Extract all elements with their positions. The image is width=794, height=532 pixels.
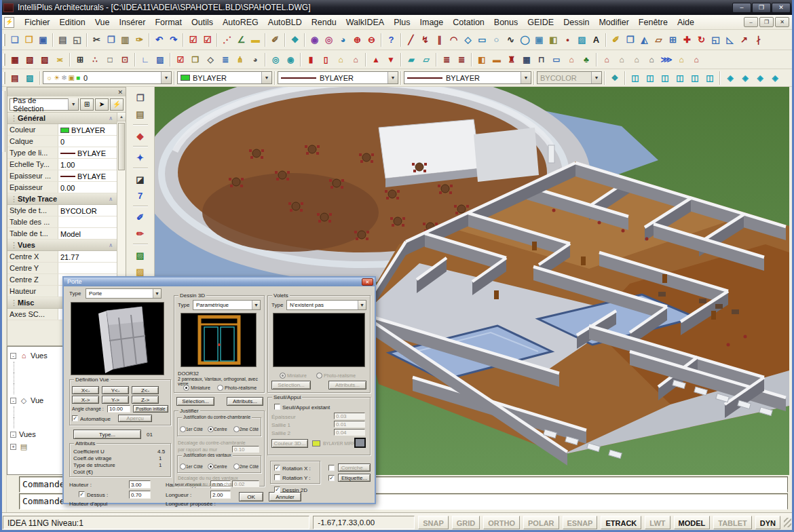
mdi-close-button[interactable]: ✕: [775, 17, 789, 27]
offset-icon[interactable]: ▱: [651, 33, 666, 48]
zoom-extents-icon[interactable]: ◕: [336, 33, 350, 48]
select-pointer-button[interactable]: ➤: [95, 98, 109, 111]
menu-cotation[interactable]: Cotation: [448, 16, 489, 28]
property-row[interactable]: Type de li...BYLAYE: [7, 147, 117, 159]
vantaux-2me-radio[interactable]: [233, 463, 240, 470]
apercu-button[interactable]: Aperçu: [118, 415, 152, 422]
menu-modifier[interactable]: Modifier: [594, 16, 633, 28]
rotate-icon[interactable]: ↻: [694, 33, 708, 48]
chevron-down-icon[interactable]: ▼: [252, 301, 260, 309]
break-icon[interactable]: ∤: [751, 33, 765, 48]
etiquette-checkbox[interactable]: ✓: [328, 475, 335, 481]
menu-bonus[interactable]: Bonus: [489, 16, 523, 28]
lock-icon[interactable]: ▣: [69, 74, 75, 81]
property-value[interactable]: BYLAYE: [58, 147, 117, 158]
property-value[interactable]: [58, 263, 117, 273]
vantaux-1er-radio[interactable]: [180, 463, 186, 470]
column-edit-icon[interactable]: ▯: [318, 53, 333, 66]
scale-icon[interactable]: ◱: [708, 33, 723, 48]
rotation-x-checkbox[interactable]: ✓: [274, 465, 280, 471]
bulb-icon[interactable]: ☼: [46, 74, 52, 81]
wall-arc-icon[interactable]: ▧: [22, 53, 37, 66]
restore-button[interactable]: ❐: [752, 3, 771, 13]
plotstyle-combo[interactable]: BYCOLOR▼: [537, 71, 602, 84]
menu-geide[interactable]: GEIDE: [523, 16, 559, 28]
resize-grip[interactable]: [784, 518, 791, 527]
walkthrough-icon[interactable]: 7: [133, 187, 147, 204]
level-up-icon[interactable]: ▲: [368, 53, 383, 66]
menu-aide[interactable]: Aide: [673, 16, 699, 28]
toggle-grid[interactable]: GRID: [452, 516, 480, 529]
draw-point-icon[interactable]: •: [561, 33, 575, 48]
collapse-icon[interactable]: ∧: [109, 196, 113, 202]
volets-type-combo[interactable]: N'existent pas ▼: [286, 300, 366, 310]
chevron-down-icon[interactable]: ▼: [358, 301, 366, 309]
menu-format[interactable]: Format: [150, 16, 187, 28]
desk-icon[interactable]: ⊓: [534, 53, 549, 66]
property-row[interactable]: Style de t...BYCOLOR: [7, 205, 117, 216]
redo-icon[interactable]: ↷: [166, 33, 181, 48]
ok-button[interactable]: OK: [239, 492, 263, 501]
text-icon[interactable]: A: [589, 33, 603, 48]
palette-close-icon[interactable]: ✕: [117, 89, 126, 96]
space-icon[interactable]: □: [102, 53, 117, 66]
chair-icon[interactable]: ♜: [504, 53, 519, 66]
corniche-checkbox[interactable]: [328, 465, 335, 471]
extend-icon[interactable]: ↗: [737, 33, 751, 48]
view-x-plus-button[interactable]: X->: [72, 396, 99, 404]
draw-double-line-icon[interactable]: ∥: [432, 33, 447, 48]
automatique-checkbox[interactable]: ✓: [72, 415, 78, 421]
chevron-down-icon[interactable]: ▼: [68, 98, 78, 110]
render-light-icon[interactable]: ✦: [133, 149, 147, 166]
tree-expander-icon[interactable]: +: [10, 444, 16, 450]
column-icon[interactable]: ▮: [303, 53, 318, 66]
property-row[interactable]: Echelle Ty...1.00: [7, 159, 117, 170]
house-tools-icon[interactable]: ⌂: [629, 53, 644, 66]
space-edit-icon[interactable]: ⊡: [117, 53, 132, 66]
array-icon[interactable]: ⊞: [666, 33, 680, 48]
save-icon[interactable]: ▣: [36, 33, 50, 48]
zoom-realtime-icon[interactable]: ◉: [307, 33, 322, 48]
property-value[interactable]: BYCOLOR: [58, 205, 117, 216]
vantaux-centre-radio[interactable]: [208, 463, 214, 470]
quick-check-edit-icon[interactable]: ☑: [200, 33, 214, 48]
etiquette-button[interactable]: Etiquette...: [338, 474, 371, 482]
wall-teal-icon[interactable]: ▨: [22, 71, 37, 85]
toggle-esnap[interactable]: ESNAP: [563, 516, 598, 529]
menu-walkidea[interactable]: WalkIDEA: [341, 16, 390, 28]
property-value[interactable]: 1.00: [58, 159, 117, 170]
iso-se-icon[interactable]: ◈: [738, 71, 753, 85]
toggle-model[interactable]: MODEL: [674, 516, 711, 529]
view-front-icon[interactable]: ◫: [687, 71, 702, 85]
mirror-icon[interactable]: ◭: [637, 33, 651, 48]
draw-line-icon[interactable]: ╱: [404, 33, 418, 48]
chevron-down-icon[interactable]: ▼: [153, 289, 161, 298]
house-red-icon[interactable]: ⌂: [689, 53, 704, 66]
draw-polygon-icon[interactable]: ◇: [461, 33, 475, 48]
menu-autobld[interactable]: AutoBLD: [263, 16, 307, 28]
house-grid-icon[interactable]: ⌂: [644, 53, 659, 66]
railing-icon[interactable]: ≣: [439, 53, 454, 66]
paste-props-icon[interactable]: ▤: [133, 106, 147, 122]
toggle-snap[interactable]: SNAP: [418, 516, 449, 529]
property-row[interactable]: Calque0: [7, 136, 117, 147]
chambranle-centre-radio[interactable]: [208, 426, 214, 432]
palette-header[interactable]: ✕: [7, 88, 126, 96]
angle-field[interactable]: 10.00: [107, 405, 130, 413]
section-général[interactable]: Général∧: [7, 113, 117, 124]
menu-fenêtre[interactable]: Fenêtre: [634, 16, 673, 28]
sofa-icon[interactable]: ▬: [489, 53, 504, 66]
house-edit-icon[interactable]: ⌂: [614, 53, 629, 66]
brush-hide-icon[interactable]: ✏: [133, 225, 147, 242]
iso-ne-icon[interactable]: ◈: [753, 71, 768, 85]
toggle-tablet[interactable]: TABLET: [713, 516, 752, 529]
menu-insérer[interactable]: Insérer: [115, 16, 151, 28]
chevron-down-icon[interactable]: ▼: [261, 72, 271, 83]
dessin3d-type-combo[interactable]: Paramétrique ▼: [193, 300, 261, 310]
image-landscape-icon[interactable]: ▨: [133, 247, 147, 263]
document-icon[interactable]: [4, 17, 14, 28]
menu-plus[interactable]: Plus: [389, 16, 415, 28]
check-edit-icon[interactable]: ☑: [173, 53, 188, 66]
zoom-window-icon[interactable]: ◎: [322, 33, 336, 48]
render-material-icon[interactable]: ◆: [133, 128, 147, 144]
